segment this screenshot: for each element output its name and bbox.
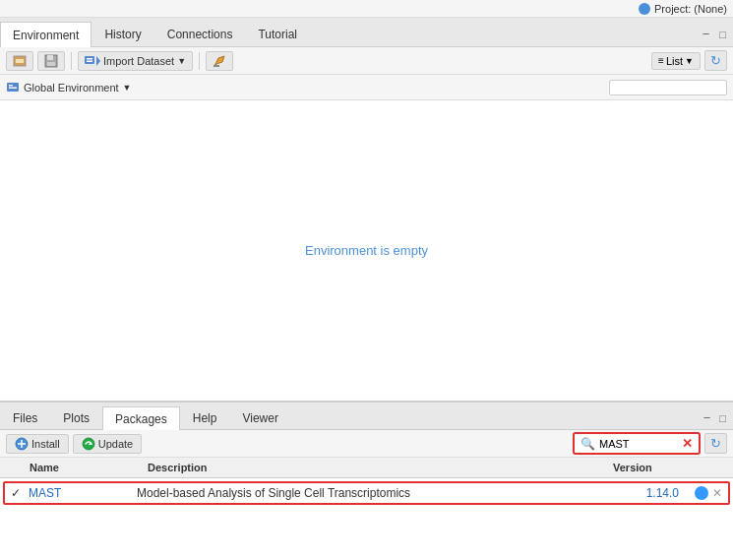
list-button[interactable]: ≡ List ▼ (651, 52, 701, 70)
env-content: Environment is empty (0, 100, 733, 401)
env-icon (6, 81, 20, 94)
package-search-box: 🔍 ✕ (573, 432, 701, 455)
package-actions-mast: ✕ (683, 486, 722, 500)
col-header-actions (688, 460, 727, 475)
import-dataset-button[interactable]: Import Dataset ▼ (78, 51, 193, 71)
import-icon (85, 54, 100, 68)
project-area: Project: (None) (639, 3, 727, 15)
toolbar-right: ≡ List ▼ ↻ (651, 50, 727, 71)
tab-connections[interactable]: Connections (154, 22, 246, 46)
env-search-area (609, 80, 727, 95)
svg-marker-9 (214, 56, 224, 66)
install-icon (15, 437, 29, 451)
col-header-description: Description (144, 460, 609, 475)
env-empty-text: Environment is empty (305, 243, 428, 258)
tab-plots[interactable]: Plots (50, 406, 102, 429)
toolbar-separator2 (199, 52, 200, 70)
svg-rect-10 (214, 65, 219, 67)
env-toolbar: Import Dataset ▼ ≡ List ▼ ↻ (0, 47, 733, 75)
update-button[interactable]: Update (73, 434, 142, 454)
package-globe-icon[interactable] (695, 486, 708, 500)
env-selector[interactable]: Global Environment ▼ (6, 81, 132, 94)
package-version-mast: 1.14.0 (614, 486, 683, 500)
svg-marker-8 (96, 56, 100, 66)
minimize-btn[interactable]: − (700, 27, 713, 41)
package-name-mast[interactable]: MAST (25, 486, 133, 500)
svg-point-17 (83, 438, 94, 450)
clear-button[interactable] (206, 51, 233, 71)
package-search-area: 🔍 ✕ ↻ (573, 432, 727, 455)
bottom-maximize-btn[interactable]: □ (716, 412, 729, 424)
load-button[interactable] (6, 51, 33, 71)
svg-rect-13 (9, 87, 17, 89)
clear-search-button[interactable]: ✕ (682, 436, 693, 451)
package-search-input[interactable] (599, 438, 678, 450)
packages-table: Name Description Version ✓ MAST Model-ba… (0, 458, 733, 560)
tab-viewer[interactable]: Viewer (229, 406, 290, 429)
tab-files[interactable]: Files (0, 406, 50, 429)
svg-rect-5 (85, 56, 94, 64)
svg-rect-4 (47, 62, 55, 66)
bottom-tab-bar: Files Plots Packages Help Viewer − □ (0, 403, 733, 430)
load-icon (13, 54, 27, 68)
package-remove-icon[interactable]: ✕ (712, 486, 722, 500)
maximize-btn[interactable]: □ (716, 29, 729, 40)
project-icon (639, 3, 650, 15)
save-icon (44, 54, 58, 68)
bottom-tab-actions: − □ (701, 406, 733, 429)
top-tab-bar: Environment History Connections Tutorial… (0, 18, 733, 47)
project-label: Project: (None) (654, 3, 727, 15)
tab-tutorial[interactable]: Tutorial (245, 22, 310, 46)
tab-environment[interactable]: Environment (0, 22, 92, 47)
col-header-check (6, 460, 26, 475)
col-header-name: Name (26, 460, 144, 475)
tab-history[interactable]: History (92, 22, 153, 46)
bottom-minimize-btn[interactable]: − (701, 410, 714, 425)
package-row-mast: ✓ MAST Model-based Analysis of Single Ce… (3, 481, 730, 505)
svg-rect-6 (87, 58, 92, 60)
install-button[interactable]: Install (6, 434, 69, 454)
env-search-input[interactable] (609, 80, 727, 95)
tab-help[interactable]: Help (180, 406, 230, 429)
package-description-mast: Model-based Analysis of Single Cell Tran… (133, 486, 614, 500)
package-checkbox-mast[interactable]: ✓ (11, 486, 25, 500)
svg-rect-7 (87, 60, 92, 62)
update-icon (82, 437, 95, 451)
bottom-panel: Files Plots Packages Help Viewer − □ Ins… (0, 402, 733, 560)
svg-rect-1 (16, 59, 24, 63)
top-tab-actions: − □ (700, 22, 733, 46)
packages-table-header: Name Description Version (0, 458, 733, 478)
svg-rect-3 (47, 55, 53, 60)
svg-rect-12 (9, 85, 13, 87)
bottom-refresh-button[interactable]: ↻ (704, 433, 727, 454)
top-panel: Environment History Connections Tutorial… (0, 18, 733, 402)
top-header: Project: (None) (0, 0, 733, 18)
env-bar: Global Environment ▼ (0, 75, 733, 100)
col-header-version: Version (609, 460, 688, 475)
refresh-button[interactable]: ↻ (704, 50, 727, 71)
brush-icon (213, 54, 226, 68)
bottom-toolbar: Install Update 🔍 ✕ ↻ (0, 430, 733, 458)
search-icon: 🔍 (580, 437, 595, 451)
save-button[interactable] (37, 51, 65, 71)
toolbar-separator (71, 52, 72, 70)
tab-packages[interactable]: Packages (102, 406, 180, 430)
